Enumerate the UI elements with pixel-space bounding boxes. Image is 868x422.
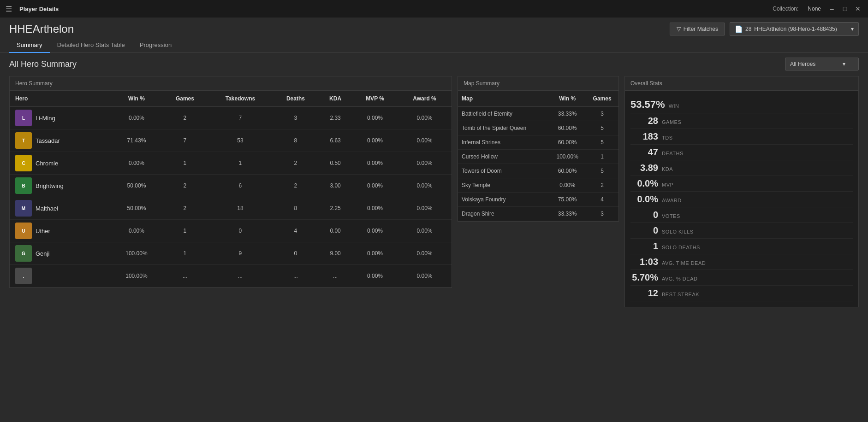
stat-row: 12 BEST STREAK	[630, 286, 853, 301]
stat-label: SOLO DEATHS	[662, 245, 700, 250]
hero-icon: B	[15, 177, 32, 194]
tabs-bar: Summary Detailed Hero Stats Table Progre…	[0, 38, 868, 53]
close-button[interactable]: ✕	[853, 4, 862, 13]
map-name: Infernal Shrines	[458, 135, 549, 150]
table-row: Tomb of the Spider Queen 60.00% 5	[458, 121, 618, 135]
collection-dropdown[interactable]: 📄 28 HHEArthelon (98-Hero-1-488435) ▾	[730, 22, 859, 36]
map-summary-header: Map Summary	[458, 76, 618, 91]
stat-value: 1:03	[630, 257, 658, 267]
table-row: Sky Temple 0.00% 2	[458, 178, 618, 193]
col-awardpct: Award %	[398, 91, 452, 107]
hero-mvppct: 0.00%	[352, 220, 398, 242]
hero-icon: U	[15, 223, 32, 239]
hero-takedowns: 0	[208, 220, 273, 242]
hero-icon: M	[15, 200, 32, 217]
table-row: L Li-Ming 0.00% 2 7 3 2.33 0.00% 0.00%	[10, 107, 452, 129]
hero-summary-panel: Hero Summary Hero Win % Games Takedowns …	[9, 76, 452, 288]
col-kda: KDA	[318, 91, 352, 107]
tab-detailed[interactable]: Detailed Hero Stats Table	[50, 38, 132, 53]
hero-cell: .	[10, 265, 111, 287]
minimize-button[interactable]: –	[827, 4, 837, 13]
map-table-header-row: Map Win % Games	[458, 91, 618, 107]
hero-games: 7	[162, 129, 208, 152]
all-heroes-label: All Heroes	[790, 61, 815, 67]
table-row: Dragon Shire 33.33% 3	[458, 207, 618, 221]
stat-row: 3.89 KDA	[630, 160, 853, 176]
map-winpct: 100.00%	[549, 150, 586, 164]
map-winpct: 33.33%	[549, 107, 586, 121]
hero-winpct: 50.00%	[111, 175, 162, 197]
hero-kda: 0.00	[318, 220, 352, 242]
hero-deaths: 2	[273, 152, 318, 175]
table-row: . 100.00% ... ... ... ... 0.00% 0.00%	[10, 265, 452, 287]
stat-row: 0.0% AWARD	[630, 192, 853, 207]
col-deaths: Deaths	[273, 91, 318, 107]
stat-row: 1:03 AVG. TIME DEAD	[630, 254, 853, 270]
filter-matches-button[interactable]: ▽ Filter Matches	[670, 23, 725, 35]
maximize-button[interactable]: □	[840, 4, 850, 13]
table-row: B Brightwing 50.00% 2 6 2 3.00 0.00% 0.0…	[10, 175, 452, 197]
hero-winpct: 100.00%	[111, 242, 162, 265]
collection-value: None	[805, 5, 824, 13]
table-row: Infernal Shrines 60.00% 5	[458, 135, 618, 150]
main-layout: Hero Summary Hero Win % Games Takedowns …	[0, 72, 868, 311]
stat-value: 0.0%	[630, 194, 658, 205]
menu-icon[interactable]: ☰	[6, 5, 12, 13]
table-row: U Uther 0.00% 1 0 4 0.00 0.00% 0.00%	[10, 220, 452, 242]
stat-value: 12	[630, 288, 658, 299]
hero-takedowns: 6	[208, 175, 273, 197]
map-name: Sky Temple	[458, 178, 549, 193]
stat-label: VOTES	[662, 213, 680, 219]
hero-awardpct: 0.00%	[398, 129, 452, 152]
hero-summary-header: Hero Summary	[10, 76, 452, 91]
map-col-map: Map	[458, 91, 549, 107]
hero-awardpct: 0.00%	[398, 242, 452, 265]
tab-summary[interactable]: Summary	[9, 38, 50, 53]
map-name: Dragon Shire	[458, 207, 549, 221]
stat-row: 53.57% WIN	[630, 96, 853, 113]
filter-matches-label: Filter Matches	[684, 26, 718, 32]
table-row: Towers of Doom 60.00% 5	[458, 164, 618, 178]
map-winpct: 60.00%	[549, 164, 586, 178]
tab-progression[interactable]: Progression	[132, 38, 179, 53]
table-row: Cursed Hollow 100.00% 1	[458, 150, 618, 164]
hero-cell: B Brightwing	[10, 175, 111, 197]
stat-row: 183 TDS	[630, 129, 853, 145]
col-hero: Hero	[10, 91, 111, 107]
map-winpct: 60.00%	[549, 121, 586, 135]
dropdown-chevron-icon: ▾	[851, 26, 854, 32]
table-row: Battlefield of Eternity 33.33% 3	[458, 107, 618, 121]
hero-icon: C	[15, 155, 32, 171]
section-title: All Hero Summary	[9, 59, 77, 69]
hero-name: Uther	[36, 228, 50, 234]
hero-cell: G Genji	[10, 242, 111, 265]
col-winpct: Win %	[111, 91, 162, 107]
map-table: Map Win % Games Battlefield of Eternity …	[458, 91, 618, 221]
stat-label: AVG. % DEAD	[662, 276, 697, 281]
hero-takedowns: 1	[208, 152, 273, 175]
hero-name: Malthael	[36, 205, 58, 212]
hero-awardpct: 0.00%	[398, 152, 452, 175]
hero-awardpct: 0.00%	[398, 175, 452, 197]
hero-deaths: 3	[273, 107, 318, 129]
map-col-games: Games	[586, 91, 618, 107]
hero-kda: 2.25	[318, 197, 352, 220]
hero-mvppct: 0.00%	[352, 152, 398, 175]
stat-label: DEATHS	[662, 151, 684, 156]
map-name: Cursed Hollow	[458, 150, 549, 164]
hero-deaths: ...	[273, 265, 318, 287]
stat-label: TDS	[662, 135, 673, 141]
hero-awardpct: 0.00%	[398, 265, 452, 287]
hero-deaths: 2	[273, 175, 318, 197]
all-heroes-dropdown[interactable]: All Heroes ▾	[785, 58, 859, 70]
stat-value: 53.57%	[630, 99, 665, 111]
stat-row: 0 VOTES	[630, 207, 853, 223]
map-col-winpct: Win %	[549, 91, 586, 107]
hero-mvppct: 0.00%	[352, 242, 398, 265]
header-left: HHEArthelon	[9, 23, 74, 35]
table-row: C Chromie 0.00% 1 1 2 0.50 0.00% 0.00%	[10, 152, 452, 175]
hero-mvppct: 0.00%	[352, 197, 398, 220]
stat-value: 183	[630, 131, 658, 142]
filter-icon: ▽	[677, 26, 681, 32]
hero-takedowns: 7	[208, 107, 273, 129]
